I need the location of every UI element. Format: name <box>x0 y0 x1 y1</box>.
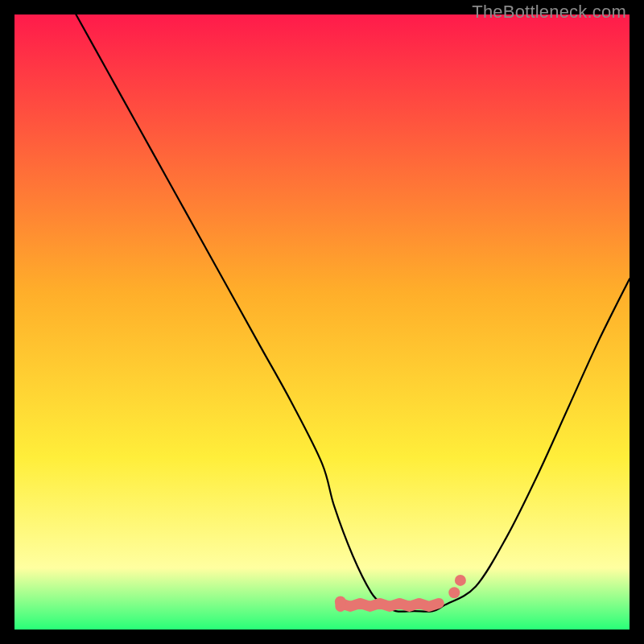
chart-frame <box>14 14 630 630</box>
watermark-text: TheBottleneck.com <box>472 2 626 23</box>
gradient-background <box>14 14 630 630</box>
optimal-marker-dot <box>335 596 346 607</box>
optimal-marker-dot <box>455 575 466 586</box>
bottleneck-chart <box>14 14 630 630</box>
optimal-marker-dot <box>448 587 460 598</box>
optimal-band-stroke <box>341 603 439 606</box>
